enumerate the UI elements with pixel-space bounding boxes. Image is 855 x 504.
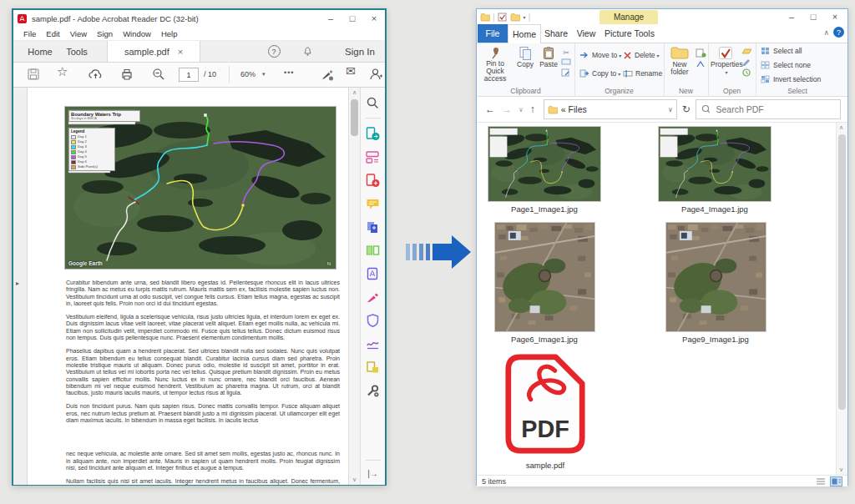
close-icon[interactable]: ×: [363, 11, 385, 26]
search-box[interactable]: [696, 99, 841, 119]
document-scrollbar[interactable]: ∧ ∨: [348, 88, 360, 485]
search-tool-icon[interactable]: [366, 96, 380, 110]
tab-tools[interactable]: Tools: [58, 41, 95, 62]
recent-locations-icon[interactable]: ∨: [519, 106, 524, 113]
breadcrumb-dropdown-icon[interactable]: ∨: [668, 106, 673, 113]
invert-selection-button[interactable]: Invert selection: [761, 73, 821, 85]
maximize-icon[interactable]: □: [341, 11, 363, 26]
tab-view[interactable]: View: [572, 24, 600, 43]
fill-sign-icon[interactable]: [366, 290, 380, 305]
scroll-down-icon[interactable]: ∨: [839, 466, 843, 473]
export-pdf-icon[interactable]: [366, 127, 380, 141]
copy-path-icon[interactable]: [561, 58, 571, 68]
collapse-sidebar-icon[interactable]: |→: [367, 469, 378, 478]
quick-access-properties-icon[interactable]: [498, 13, 507, 22]
favorite-star-icon[interactable]: ☆: [57, 64, 68, 79]
file-name[interactable]: Page1_Image1.jpg: [488, 204, 601, 214]
create-pdf-icon[interactable]: [366, 174, 380, 188]
map-thumbnail[interactable]: [658, 126, 772, 202]
open-icon[interactable]: [741, 47, 752, 58]
back-icon[interactable]: ←: [485, 103, 495, 115]
menu-edit[interactable]: Edit: [46, 29, 59, 38]
collapse-ribbon-icon[interactable]: ∧: [823, 28, 829, 37]
edit-icon[interactable]: [741, 58, 752, 68]
more-tools-wrench-icon[interactable]: [366, 384, 380, 398]
menu-file[interactable]: File: [23, 29, 36, 38]
close-icon[interactable]: ×: [824, 9, 846, 24]
email-icon[interactable]: ✉: [346, 64, 356, 78]
copy-button[interactable]: Copy: [514, 46, 537, 68]
menu-sign[interactable]: Sign: [97, 29, 113, 38]
sign-pen-icon[interactable]: [321, 68, 335, 81]
scroll-up-icon[interactable]: ∧: [349, 89, 360, 96]
tab-file[interactable]: File: [478, 24, 508, 43]
thumbnail-view-icon[interactable]: [830, 476, 842, 486]
edit-pdf-icon[interactable]: [366, 150, 380, 164]
paste-shortcut-icon[interactable]: [561, 68, 571, 79]
tab-home[interactable]: Home: [22, 41, 58, 62]
expand-pane-icon[interactable]: ▸: [16, 280, 19, 287]
scrollbar-thumb[interactable]: [351, 99, 358, 136]
tab-share[interactable]: Share: [540, 24, 572, 43]
select-none-button[interactable]: Select none: [761, 59, 811, 71]
zoom-level-dropdown[interactable]: 60%: [240, 70, 255, 78]
details-view-icon[interactable]: [815, 476, 827, 486]
city-thumbnail[interactable]: [665, 222, 766, 332]
tab-document[interactable]: sample.pdf ×: [107, 41, 200, 62]
save-icon[interactable]: [27, 68, 40, 81]
new-folder-button[interactable]: New folder: [665, 46, 694, 76]
easy-access-icon[interactable]: [696, 59, 706, 70]
cut-icon[interactable]: ✂: [563, 47, 569, 58]
send-for-comments-icon[interactable]: [366, 360, 380, 375]
organize-pages-icon[interactable]: [366, 244, 380, 258]
select-all-button[interactable]: Select all: [761, 45, 802, 57]
help-circle-icon[interactable]: ?: [266, 41, 282, 62]
tab-home[interactable]: Home: [508, 24, 541, 43]
enhance-scans-icon[interactable]: [366, 267, 380, 281]
delete-button[interactable]: Delete▾: [623, 49, 660, 61]
file-name[interactable]: Page9_Image1.jpg: [665, 335, 766, 344]
scroll-down-icon[interactable]: ∨: [349, 476, 360, 483]
sign-in-button[interactable]: Sign In: [337, 41, 382, 62]
pdf-file-icon[interactable]: PDF: [503, 353, 587, 455]
quick-access-dropdown-icon[interactable]: ▾: [524, 14, 526, 20]
scrollbar-thumb[interactable]: [838, 134, 846, 410]
quick-access-new-folder-icon[interactable]: [510, 13, 520, 22]
minimize-icon[interactable]: –: [320, 11, 341, 26]
city-thumbnail[interactable]: [494, 222, 595, 332]
file-item[interactable]: Page9_Image1.jpg: [665, 222, 766, 344]
pin-to-quick-access-button[interactable]: Pin to Quick access: [478, 46, 512, 83]
file-name[interactable]: sample.pdf: [503, 461, 588, 470]
maximize-icon[interactable]: □: [802, 9, 824, 24]
file-item[interactable]: PDF sample.pdf: [503, 353, 588, 470]
refresh-icon[interactable]: ↻: [682, 103, 691, 115]
file-item[interactable]: Page6_Image1.jpg: [494, 222, 594, 344]
copy-to-button[interactable]: Copy to▾: [579, 68, 620, 79]
move-to-button[interactable]: Move to▾: [579, 49, 621, 61]
rename-button[interactable]: Rename: [623, 68, 662, 79]
menu-window[interactable]: Window: [123, 29, 151, 38]
help-icon[interactable]: ?: [833, 27, 844, 38]
minimize-icon[interactable]: –: [781, 9, 802, 24]
file-item[interactable]: Page4_Image1.jpg: [658, 126, 772, 214]
print-icon[interactable]: [120, 68, 134, 81]
up-icon[interactable]: ↑: [530, 103, 535, 115]
share-upload-icon[interactable]: [89, 68, 103, 81]
protect-shield-icon[interactable]: [366, 314, 380, 328]
bell-icon[interactable]: [299, 41, 316, 62]
more-tools-ellipsis[interactable]: •••: [284, 68, 294, 77]
menu-view[interactable]: View: [70, 29, 87, 38]
combine-files-icon[interactable]: [366, 220, 380, 234]
scroll-up-icon[interactable]: ∧: [839, 124, 843, 131]
map-thumbnail[interactable]: [488, 126, 601, 202]
search-input[interactable]: [714, 103, 835, 115]
zoom-dropdown-arrow-icon[interactable]: ▾: [262, 71, 266, 78]
tab-close-icon[interactable]: ×: [178, 47, 183, 57]
address-breadcrumb[interactable]: « Files ∨: [544, 99, 677, 119]
paste-button[interactable]: Paste: [537, 46, 560, 68]
file-item[interactable]: Page1_Image1.jpg: [488, 126, 601, 214]
properties-button[interactable]: Properties ▾: [711, 46, 741, 77]
tab-picture-tools[interactable]: Picture Tools: [600, 24, 659, 43]
certificates-icon[interactable]: [366, 337, 380, 351]
file-name[interactable]: Page6_Image1.jpg: [494, 335, 594, 344]
